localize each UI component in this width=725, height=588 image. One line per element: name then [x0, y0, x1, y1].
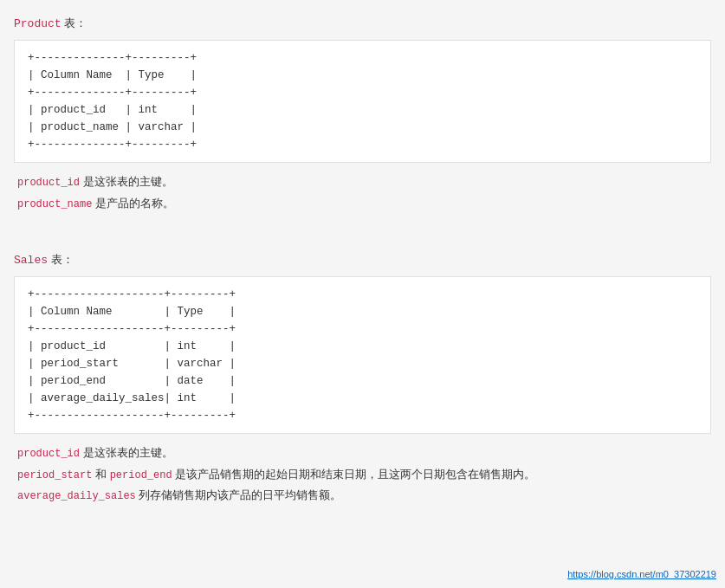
sales-title-suffix: 表：	[48, 253, 74, 266]
sales-descriptions: product_id 是这张表的主键。 period_start 和 perio…	[14, 443, 711, 507]
product-descriptions: product_id 是这张表的主键。 product_name 是产品的名称。	[14, 171, 711, 214]
product-desc-2-text: 是产品的名称。	[92, 197, 174, 210]
sales-desc-3: average_daily_sales 列存储销售期内该产品的日平均销售额。	[17, 485, 711, 507]
average-daily-sales-term: average_daily_sales	[17, 490, 136, 502]
product-keyword: Product	[14, 17, 61, 30]
sales-section-title: Sales 表：	[14, 252, 711, 268]
product-desc-1-text: 是这张表的主键。	[80, 175, 173, 188]
sales-desc-2: period_start 和 period_end 是该产品销售期的起始日期和结…	[17, 464, 711, 486]
sales-desc-1-text: 是这张表的主键。	[80, 446, 173, 459]
page-container: Product 表： +--------------+---------+ | …	[0, 0, 725, 531]
sales-desc-3-text: 列存储销售期内该产品的日平均销售额。	[136, 488, 342, 501]
period-end-term: period_end	[110, 469, 172, 481]
period-start-term: period_start	[17, 469, 92, 481]
product-desc-2: product_name 是产品的名称。	[17, 193, 711, 215]
sales-product-id-term: product_id	[17, 448, 80, 460]
watermark-link: https://blog.csdn.net/m0_37302219	[567, 569, 716, 579]
sales-desc-2-text: 是该产品销售期的起始日期和结束日期，且这两个日期包含在销售期内。	[172, 468, 536, 481]
product-desc-1: product_id 是这张表的主键。	[17, 171, 711, 193]
sales-section: Sales 表： +--------------------+---------…	[9, 245, 716, 514]
product-table-ascii: +--------------+---------+ | Column Name…	[14, 40, 711, 163]
product-id-term-1: product_id	[17, 177, 80, 189]
sales-desc-2-and: 和	[92, 468, 109, 481]
sales-table-ascii: +--------------------+---------+ | Colum…	[14, 276, 711, 434]
product-title-suffix: 表：	[61, 16, 87, 29]
sales-keyword: Sales	[14, 254, 48, 267]
product-section: Product 表： +--------------+---------+ | …	[9, 9, 716, 221]
product-section-title: Product 表：	[14, 16, 711, 31]
product-name-term: product_name	[17, 198, 92, 210]
section-divider	[9, 229, 716, 245]
sales-desc-1: product_id 是这张表的主键。	[17, 443, 711, 464]
